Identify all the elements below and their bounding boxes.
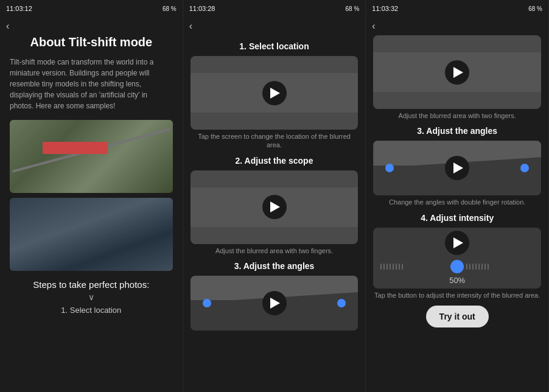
panel3-scroll: Adjust the blurred area with two fingers…: [366, 35, 548, 392]
section-title-adjust-angles-p2: 3. Adjust the angles: [191, 261, 358, 271]
caption-adjust-scope: Adjust the blurred area with two fingers…: [191, 247, 358, 255]
panel1-scroll: About Tilt-shift mode Tilt-shift mode ca…: [0, 35, 183, 392]
tick-7: [399, 264, 400, 270]
panel-steps-2: 11:03:28 68 % ‹ 1. Select location Tap t…: [183, 0, 366, 392]
intensity-slider[interactable]: [380, 260, 534, 273]
status-battery-2: 68 %: [346, 5, 360, 12]
angles-card-p3: [373, 141, 541, 195]
video-bottom-bar-1: [191, 113, 358, 130]
video-main-1: [191, 73, 358, 113]
angle-dot-left-p3: [385, 164, 394, 172]
try-it-out-button[interactable]: Try it out: [426, 306, 489, 327]
play-button-p3b[interactable]: [445, 156, 469, 180]
slider-ticks-left: [380, 264, 448, 270]
angles-dots-p3: [373, 141, 541, 195]
tick-12: [475, 264, 477, 270]
tick-2: [383, 264, 385, 270]
video-select-location: [191, 56, 358, 130]
back-button-3[interactable]: ‹: [366, 17, 548, 35]
tick-16: [488, 264, 489, 270]
video-bottom-bar-p3: [373, 92, 541, 109]
play-button-2[interactable]: [262, 195, 287, 219]
chevron-down-icon: ∨: [10, 292, 173, 302]
photo-overlay-1: [10, 120, 173, 193]
angle-dot-right-p2: [337, 299, 346, 307]
photo-aerial: [10, 120, 173, 193]
caption-angles-p3: Change the angles with double finger rot…: [373, 198, 541, 206]
video-top-bar-p3: [373, 35, 541, 52]
slider-thumb[interactable]: [450, 260, 464, 273]
section-title-adjust-scope: 2. Adjust the scope: [191, 156, 358, 166]
play-icon-intensity: [453, 237, 463, 248]
play-button-intensity[interactable]: [445, 231, 469, 255]
play-button-1[interactable]: [262, 81, 287, 105]
play-button-p3a[interactable]: [445, 60, 469, 85]
sample-photos: [10, 120, 173, 271]
video-top-bar-2: [191, 170, 358, 187]
back-button-1[interactable]: ‹: [0, 17, 183, 35]
intensity-card: 50%: [373, 228, 541, 289]
status-battery-3: 68 %: [528, 5, 542, 12]
play-icon-2: [270, 201, 280, 212]
steps-title: Steps to take perfect photos:: [10, 279, 173, 290]
about-description: Tilt-shift mode can transform the world …: [10, 57, 173, 111]
tick-15: [484, 264, 486, 270]
tick-3: [386, 264, 388, 270]
tick-11: [472, 264, 474, 270]
section-title-adjust-angles-p3: 3. Adjust the angles: [373, 126, 541, 136]
tick-14: [481, 264, 483, 270]
video-bottom-bar-2: [191, 227, 358, 244]
caption-intensity: Tap the button to adjust the intensity o…: [373, 291, 541, 299]
video-adjust-scope: [191, 170, 358, 244]
tick-5: [393, 264, 394, 270]
play-icon-3: [270, 298, 280, 309]
panel-about: 11:03:12 68 % ‹ About Tilt-shift mode Ti…: [0, 0, 183, 392]
tick-4: [390, 264, 391, 270]
video-main-2: [191, 187, 358, 227]
photo-dark-city: [10, 198, 173, 271]
photo-overlay-2: [10, 198, 173, 271]
status-bar-1: 11:03:12 68 %: [0, 0, 183, 17]
section-title-select-location: 1. Select location: [191, 41, 358, 51]
tick-6: [396, 264, 397, 270]
angles-card-p2: [191, 276, 358, 331]
play-icon-1: [270, 88, 280, 99]
status-time-3: 11:03:32: [372, 5, 398, 12]
play-button-3[interactable]: [262, 291, 287, 315]
play-icon-p3b: [453, 163, 463, 173]
step1-label: 1. Select location: [10, 306, 173, 320]
slider-ticks-right: [466, 264, 534, 270]
panel-steps-3: 11:03:32 68 % ‹ Adjust the blurred area …: [366, 0, 549, 392]
status-bar-3: 11:03:32 68 %: [366, 0, 548, 17]
caption-scope-p3: Adjust the blurred area with two fingers…: [373, 111, 541, 120]
panel2-scroll: 1. Select location Tap the screen to cha…: [183, 35, 366, 392]
status-bar-2: 11:03:28 68 %: [183, 0, 366, 17]
angles-dots-p2: [191, 276, 358, 331]
about-title: About Tilt-shift mode: [10, 35, 173, 49]
video-main-p3: [373, 52, 541, 92]
caption-select-location: Tap the screen to change the location of…: [191, 132, 358, 150]
angle-dot-left-p2: [203, 299, 211, 307]
status-time-2: 11:03:28: [189, 5, 215, 12]
tick-10: [469, 264, 470, 270]
status-battery-1: 68 %: [163, 5, 177, 12]
video-scope-p3: [373, 35, 541, 109]
angle-dot-right-p3: [520, 164, 529, 172]
intensity-inner: 50%: [373, 228, 541, 289]
status-time-1: 11:03:12: [6, 5, 32, 12]
back-button-2[interactable]: ‹: [183, 17, 366, 35]
video-top-bar-1: [191, 56, 358, 73]
tick-8: [402, 264, 403, 270]
section-title-intensity: 4. Adjust intensity: [373, 213, 541, 223]
tick-9: [466, 264, 467, 270]
intensity-percent: 50%: [449, 276, 465, 285]
play-icon-p3a: [453, 67, 463, 78]
tick-1: [380, 264, 382, 270]
tick-13: [478, 264, 480, 270]
